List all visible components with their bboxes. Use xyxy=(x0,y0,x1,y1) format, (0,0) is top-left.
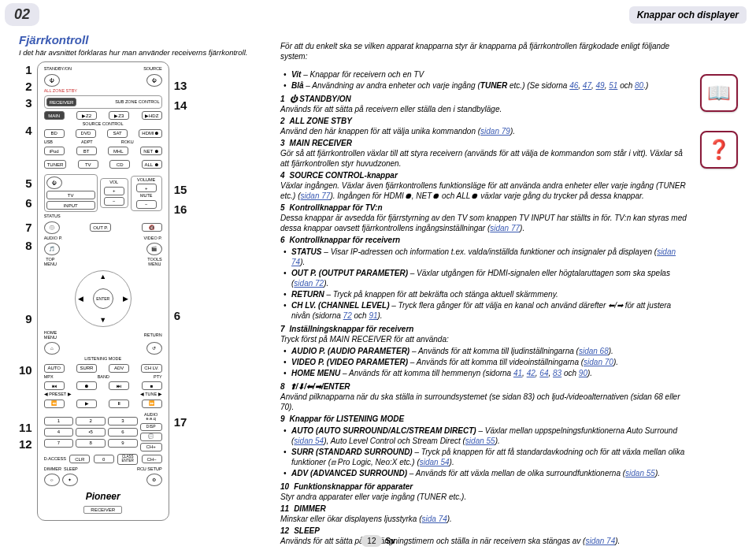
number-pad: 123 4•56 789 xyxy=(44,417,138,448)
callouts-left: 1 2 3 4 5 6 7 8 9 10 11 12 xyxy=(19,61,37,454)
brand-logo: Pioneer xyxy=(44,492,162,501)
manual-book-icon: 📖 xyxy=(700,74,738,112)
callouts-right: 13 14 15 16 6 17 xyxy=(169,61,187,432)
chapter-title: Knappar och displayer xyxy=(629,6,747,24)
source-button: ⏻ xyxy=(146,74,162,87)
page-footer: 12Sv xyxy=(361,537,395,545)
description-column: För att du enkelt ska se vilken apparat … xyxy=(280,33,687,548)
help-question-icon: ❓ xyxy=(700,131,738,169)
right-arrow-icon: ▶ xyxy=(123,295,128,303)
up-arrow-icon: ▲ xyxy=(99,273,106,281)
remote-diagram: STANDBY/ONSOURCE ⏻⏻ ALL ZONE STBY RECEIV… xyxy=(37,61,169,521)
home-menu-icon: ⌂ xyxy=(44,342,60,355)
audio-param-icon: 🎵 xyxy=(44,243,60,255)
status-button: ⓘ xyxy=(44,221,60,234)
chapter-bubble: 02 xyxy=(5,3,39,26)
down-arrow-icon: ▼ xyxy=(99,317,106,324)
direction-pad: ▲ ▼ ◀ ▶ ENTER xyxy=(75,270,132,327)
left-arrow-icon: ◀ xyxy=(78,295,83,303)
return-icon: ↺ xyxy=(146,342,162,355)
standby-button: ⏻ xyxy=(44,74,60,87)
video-param-icon: 🎬 xyxy=(146,243,162,255)
section-subtitle: I det här avsnittet förklaras hur man an… xyxy=(19,48,271,57)
tv-power-icon: ⏻ xyxy=(46,177,62,189)
section-title: Fjärrkontroll xyxy=(19,33,271,46)
